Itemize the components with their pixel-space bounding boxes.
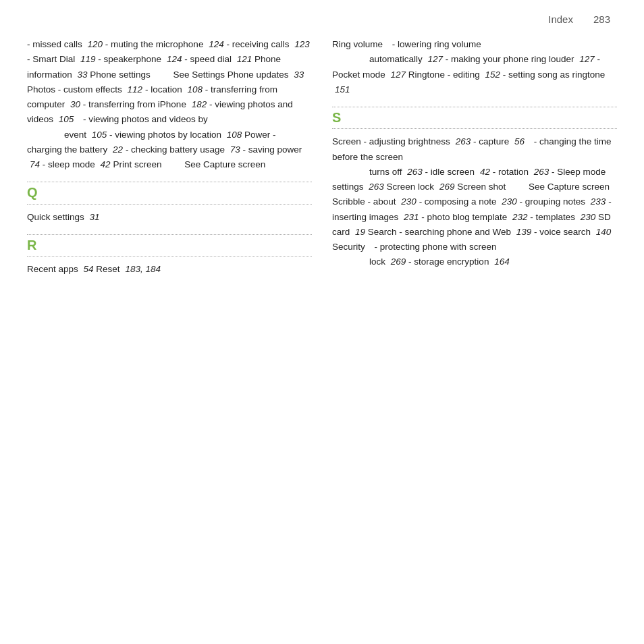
list-item: Photos xyxy=(27,84,55,95)
divider-bottom xyxy=(27,256,312,257)
list-item: - receiving calls 123 xyxy=(226,39,309,49)
header: Index 283 xyxy=(27,14,617,25)
list-item: - speakerphone 124 xyxy=(98,54,182,64)
list-item: Power xyxy=(244,130,270,140)
section-q: Q Quick settings 31 xyxy=(27,182,312,225)
divider-bottom xyxy=(27,204,312,205)
list-item: Ring volume xyxy=(332,39,383,49)
list-item: - speed dial 121 xyxy=(184,54,252,64)
list-item: - photo blog template 232 xyxy=(421,212,527,222)
list-item: - missed calls 120 xyxy=(27,39,103,49)
list-item: Screen xyxy=(332,136,361,146)
list-item: Ringtone xyxy=(408,70,445,80)
list-item: - templates 230 xyxy=(530,212,595,222)
divider-top xyxy=(27,182,312,182)
list-item: - sleep mode 42 xyxy=(43,159,111,169)
list-item: - capture 56 xyxy=(473,136,525,146)
right-initial-entries: Ring volume - lowering ring volumeautoma… xyxy=(332,37,617,97)
list-item: Quick settings 31 xyxy=(27,212,100,222)
left-initial-entries: - missed calls 120 - muting the micropho… xyxy=(27,37,312,172)
list-item: Search xyxy=(368,227,397,237)
divider-top xyxy=(27,234,312,235)
list-item: - editing 152 xyxy=(448,70,500,80)
list-item: Screen lock 269 xyxy=(387,182,455,192)
list-item: - rotation 263 xyxy=(493,167,549,177)
list-item: Scribble xyxy=(332,196,365,207)
list-item: - about 230 xyxy=(368,196,417,207)
list-item: - muting the microphone 124 xyxy=(105,39,224,49)
list-item: - searching phone and Web 139 xyxy=(399,227,531,237)
list-item: See Capture screen xyxy=(164,159,265,169)
list-item: Security xyxy=(332,242,365,252)
divider-top xyxy=(332,107,617,107)
list-item: - Smart Dial 119 xyxy=(27,54,96,64)
section-s: S Screen - adjusting brightness 263 - ca… xyxy=(332,107,617,270)
list-item: - transferring from iPhone 182 xyxy=(83,99,207,109)
list-item: Recent apps 54 xyxy=(27,264,94,274)
list-item: - composing a note 230 xyxy=(419,196,517,207)
list-item: - viewing photos by location 108 xyxy=(109,130,242,140)
divider-bottom xyxy=(332,128,617,129)
section-r: R Recent apps 54 Reset 183, 184 xyxy=(27,234,312,277)
list-item: See Capture screen xyxy=(508,182,610,192)
header-page: 283 xyxy=(593,14,610,25)
header-title: Index xyxy=(548,14,573,25)
section-letter-q: Q xyxy=(27,185,38,200)
page: Index 283 - missed calls 120 - muting th… xyxy=(0,0,644,644)
list-item: - making your phone ring louder 127 xyxy=(446,54,595,64)
list-item: - voice search 140 xyxy=(534,227,611,237)
list-item: Phone updates 33 xyxy=(227,70,304,80)
list-item: See Settings xyxy=(153,70,225,80)
section-letter-r: R xyxy=(27,238,36,252)
list-item: Print screen xyxy=(113,159,161,169)
list-item: - custom effects 112 xyxy=(58,84,142,95)
list-item: Screen shot xyxy=(457,182,506,192)
list-item: - storage encryption 164 xyxy=(408,257,510,267)
list-item: Reset 183, 184 xyxy=(96,264,161,274)
list-item: - grouping notes 233 xyxy=(520,196,606,207)
list-item: - adjusting brightness 263 xyxy=(364,136,471,146)
list-item: - checking battery usage 73 xyxy=(126,144,240,155)
section-letter-s: S xyxy=(332,110,341,125)
list-item: - location 108 xyxy=(145,84,203,95)
right-column: Ring volume - lowering ring volumeautoma… xyxy=(332,37,617,281)
content: - missed calls 120 - muting the micropho… xyxy=(27,37,617,281)
left-column: - missed calls 120 - muting the micropho… xyxy=(27,37,312,281)
list-item: Phone settings xyxy=(90,70,150,80)
list-item: - idle screen 42 xyxy=(425,167,490,177)
